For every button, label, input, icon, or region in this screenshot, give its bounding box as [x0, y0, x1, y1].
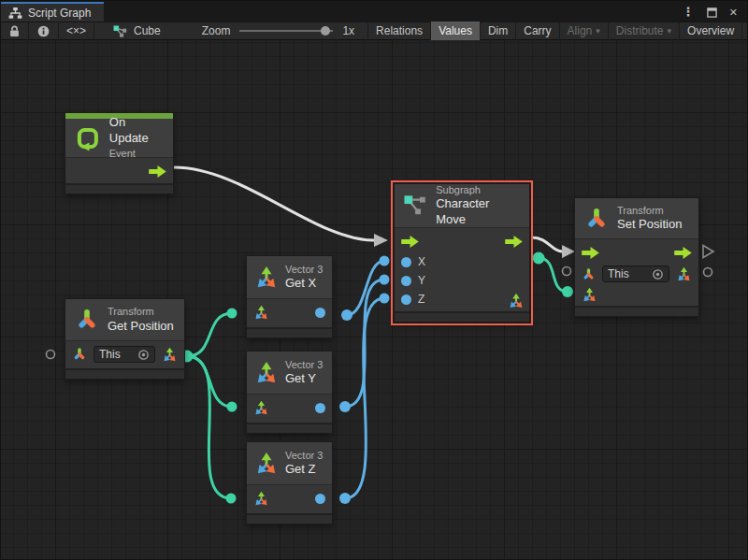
wire-getposition-to-gety[interactable]: [187, 356, 232, 407]
node-footer: [575, 306, 698, 316]
flow-in-port[interactable]: [582, 247, 599, 259]
node-get-z[interactable]: Vector 3 Get Z: [246, 441, 333, 524]
flow-out-port[interactable]: [674, 247, 692, 259]
vector3-in-port-icon[interactable]: [582, 287, 597, 303]
flow-out-port[interactable]: [505, 236, 523, 248]
object-picker-icon[interactable]: [137, 349, 150, 361]
target-object-field[interactable]: This: [94, 346, 155, 363]
lock-button[interactable]: [1, 22, 28, 40]
node-type: Vector 3: [285, 358, 323, 371]
port-dot-getx-out[interactable]: [341, 309, 352, 321]
node-header: Transform Get Position: [65, 299, 184, 341]
node-get-x[interactable]: Vector 3 Get X: [246, 255, 333, 338]
node-header: Vector 3 Get X: [247, 256, 332, 299]
node-on-update[interactable]: On Update Event: [65, 112, 174, 194]
wire-charactermove-to-setposition-value[interactable]: [539, 258, 568, 292]
node-set-position[interactable]: Transform Set Position This: [574, 197, 699, 317]
info-button[interactable]: [29, 22, 58, 40]
port-circle-getposition-target[interactable]: [47, 351, 55, 359]
graph-breadcrumb[interactable]: Cube: [106, 22, 168, 40]
dim-button[interactable]: Dim: [481, 22, 515, 40]
value-in-port-x[interactable]: [401, 257, 411, 267]
value-out-port[interactable]: [315, 403, 325, 413]
node-footer: [247, 327, 332, 337]
graph-tree-icon: [8, 7, 22, 19]
port-dot-gety-out[interactable]: [339, 401, 351, 412]
value-in-port-y[interactable]: [401, 276, 411, 286]
wire-arrowhead: [562, 245, 575, 258]
loop-icon: [75, 124, 101, 152]
wire-getz-to-charactermove[interactable]: [345, 298, 384, 498]
align-button[interactable]: Align ▾: [560, 22, 608, 40]
graph-canvas[interactable]: On Update Event Transform Get Position: [1, 40, 747, 559]
node-title: Get X: [285, 276, 323, 292]
distribute-button[interactable]: Distribute ▾: [609, 22, 679, 40]
port-dot-charactermove-z[interactable]: [380, 294, 390, 304]
port-triangle-setposition-flow-out[interactable]: [703, 246, 713, 258]
node-footer: [395, 311, 529, 322]
port-dot-getz-in[interactable]: [226, 494, 237, 504]
zoom-slider-handle[interactable]: [321, 26, 330, 36]
overview-button[interactable]: Overview: [680, 22, 741, 40]
port-dot-charactermove-out[interactable]: [533, 252, 545, 265]
carry-button[interactable]: Carry: [516, 22, 558, 40]
node-body: [247, 299, 332, 327]
transform-icon: [584, 207, 609, 231]
flow-out-port[interactable]: [149, 165, 166, 178]
vector3-icon: [254, 361, 279, 385]
wire-getposition-to-getx[interactable]: [187, 313, 232, 356]
port-dot-getz-out[interactable]: [339, 493, 351, 504]
vector3-out-port-icon[interactable]: [676, 266, 692, 282]
vector3-port-icon[interactable]: [253, 491, 269, 507]
port-label-x: X: [418, 255, 425, 268]
node-body: X Y Z: [395, 228, 529, 311]
window-controls: ⋮ ✕: [683, 6, 747, 22]
zoom-label: Zoom: [202, 24, 231, 37]
node-header: Transform Set Position: [575, 198, 698, 239]
tab-bar: Script Graph ⋮ ✕: [1, 1, 747, 22]
vector3-port-icon[interactable]: [162, 347, 178, 363]
wire-charactermove-to-setposition[interactable]: [532, 237, 562, 251]
node-type: Vector 3: [285, 449, 323, 462]
maximize-icon[interactable]: [707, 7, 717, 18]
node-character-move[interactable]: Subgraph Character Move X Y: [394, 183, 530, 323]
vector3-port-icon[interactable]: [253, 400, 269, 416]
vector3-out-port-icon[interactable]: [508, 293, 525, 309]
tab-title: Script Graph: [28, 7, 91, 20]
port-dot-charactermove-x[interactable]: [380, 256, 390, 266]
code-preview-button[interactable]: <×>: [59, 22, 94, 40]
wire-onupdate-to-charactermove[interactable]: [174, 167, 374, 240]
node-get-y[interactable]: Vector 3 Get Y: [246, 351, 333, 434]
wire-gety-to-charactermove[interactable]: [345, 280, 384, 407]
target-object-field[interactable]: This: [602, 266, 669, 282]
values-button[interactable]: Values: [431, 22, 480, 40]
value-in-port-z[interactable]: [401, 294, 411, 305]
flow-in-port[interactable]: [401, 236, 419, 248]
object-picker-icon[interactable]: [652, 268, 664, 280]
relations-button[interactable]: Relations: [368, 22, 430, 40]
zoom-slider-track[interactable]: [239, 30, 333, 32]
wire-getx-to-charactermove[interactable]: [347, 261, 384, 315]
port-circle-setposition-target[interactable]: [563, 267, 571, 276]
port-circle-setposition-value-out[interactable]: [704, 268, 712, 277]
node-title: Get Y: [285, 371, 323, 387]
value-out-port[interactable]: [315, 308, 325, 318]
vector3-port-icon[interactable]: [253, 305, 269, 321]
menu-kebab-icon[interactable]: ⋮: [683, 6, 695, 19]
zoom-control: Zoom 1x: [194, 22, 362, 40]
node-type: Vector 3: [285, 263, 323, 276]
port-dot-charactermove-y[interactable]: [380, 275, 390, 285]
node-get-position[interactable]: Transform Get Position This: [65, 298, 185, 380]
fullscreen-button[interactable]: Full Screen: [742, 22, 748, 40]
node-body: This: [65, 341, 184, 368]
wire-getposition-to-getz[interactable]: [187, 356, 231, 498]
close-icon[interactable]: ✕: [729, 6, 738, 19]
graph-toolbar: <×> Cube Zoom 1x Relations Values Dim Ca…: [1, 22, 747, 40]
port-dot-gety-in[interactable]: [227, 402, 237, 412]
value-out-port[interactable]: [315, 494, 325, 504]
port-dot-setposition-value-in[interactable]: [562, 286, 573, 297]
transform-port-icon: [72, 347, 87, 362]
tab-script-graph[interactable]: Script Graph: [1, 2, 104, 22]
port-dot-getx-in[interactable]: [227, 309, 237, 319]
node-header: Vector 3 Get Y: [247, 352, 332, 395]
